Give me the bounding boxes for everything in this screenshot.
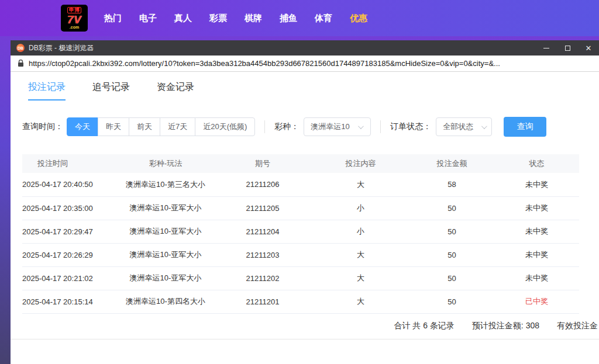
cell-amount: 50	[409, 290, 494, 313]
nav-item-slots[interactable]: 电子	[139, 13, 157, 24]
cell-game: 澳洲幸运10-亚军大小	[118, 266, 214, 290]
cell-bet-time: 2025-04-17 20:15:14	[22, 290, 118, 313]
summary-total: 合计 共 6 条记录	[394, 321, 454, 331]
logo-badge: 申博	[67, 7, 81, 13]
nav-item-sports[interactable]: 体育	[315, 13, 332, 24]
cell-bet-time: 2025-04-17 20:29:47	[22, 220, 118, 243]
site-topbar: 申博 7V .com 热门 电子 真人 彩票 棋牌 捕鱼 体育 优惠	[0, 0, 599, 36]
query-button[interactable]: 查询	[504, 117, 546, 137]
address-bar[interactable]: https://ctop02pcali.2kbxi392.com/lottery…	[11, 56, 599, 72]
minimize-button[interactable]	[536, 40, 557, 56]
window-controls: ✕	[536, 40, 599, 56]
cell-game: 澳洲幸运10-第三名大小	[118, 173, 214, 196]
time-option-today[interactable]: 今天	[67, 117, 98, 136]
cell-game: 澳洲幸运10-第四名大小	[118, 290, 214, 313]
lottery-select-value: 澳洲幸运10	[311, 122, 349, 132]
chevron-down-icon	[481, 123, 487, 129]
summary-bar: 合计 共 6 条记录 预计投注金额: 308 有效投注金	[11, 314, 599, 339]
cell-bet-time: 2025-04-17 20:35:00	[22, 196, 118, 220]
cell-status: 已中奖	[494, 290, 579, 313]
tab-fund-records[interactable]: 资金记录	[157, 81, 194, 100]
cell-content: 大	[312, 173, 409, 196]
cell-content: 小	[312, 196, 409, 220]
cell-amount: 50	[409, 243, 494, 266]
cell-bet-time: 2025-04-17 20:21:02	[22, 266, 118, 290]
summary-expected-amount: 预计投注金额: 308	[472, 321, 539, 331]
cell-status: 未中奖	[494, 266, 579, 290]
header-content: 投注内容	[312, 154, 409, 173]
status-select-value: 全部状态	[443, 122, 473, 132]
cell-content: 大	[312, 266, 409, 290]
close-icon: ✕	[586, 44, 592, 52]
cell-bet-time: 2025-04-17 20:40:50	[22, 173, 118, 196]
logo-text: 7V	[67, 14, 81, 25]
table-row: 2025-04-17 20:26:29澳洲幸运10-亚军大小21211203大5…	[22, 243, 579, 266]
cell-issue: 21211201	[214, 290, 312, 313]
site-nav: 热门 电子 真人 彩票 棋牌 捕鱼 体育 优惠	[104, 13, 367, 24]
table-row: 2025-04-17 20:15:14澳洲幸运10-第四名大小21211201大…	[22, 290, 579, 313]
table-row: 2025-04-17 20:29:47澳洲幸运10-亚军大小21211204小5…	[22, 220, 579, 243]
tab-bar: 投注记录 追号记录 资金记录	[11, 72, 599, 100]
header-amount: 投注金额	[409, 154, 494, 173]
nav-item-fishing[interactable]: 捕鱼	[280, 13, 297, 24]
time-option-20days[interactable]: 近20天(低频)	[195, 117, 255, 136]
header-game: 彩种-玩法	[118, 154, 214, 173]
lock-icon	[18, 60, 24, 67]
time-option-7days[interactable]: 近7天	[160, 117, 195, 136]
nav-item-hot[interactable]: 热门	[104, 13, 122, 24]
table-row: 2025-04-17 20:35:00澳洲幸运10-亚军大小21211205小5…	[22, 196, 579, 220]
table-header-row: 投注时间 彩种-玩法 期号 投注内容 投注金额 状态	[22, 154, 579, 173]
lottery-filter-label: 彩种：	[274, 122, 299, 132]
nav-item-lottery[interactable]: 彩票	[209, 13, 227, 24]
cell-issue: 21211204	[214, 220, 312, 243]
chevron-down-icon	[358, 123, 364, 129]
summary-valid-amount: 有效投注金	[557, 321, 598, 331]
cell-game: 澳洲幸运10-亚军大小	[118, 220, 214, 243]
cell-amount: 58	[409, 173, 494, 196]
minimize-icon	[543, 48, 549, 48]
window-title: DB彩票 - 极速浏览器	[29, 43, 94, 53]
table-row: 2025-04-17 20:40:50澳洲幸运10-第三名大小21211206大…	[22, 173, 579, 196]
header-status: 状态	[494, 154, 579, 173]
maximize-icon	[565, 46, 570, 51]
cell-game: 澳洲幸运10-亚军大小	[118, 243, 214, 266]
cell-content: 大	[312, 290, 409, 313]
lottery-select[interactable]: 澳洲幸运10	[304, 117, 371, 136]
cell-issue: 21211202	[214, 266, 312, 290]
cell-amount: 50	[409, 196, 494, 220]
bet-records-table: 投注时间 彩种-玩法 期号 投注内容 投注金额 状态 2025-04-17 20…	[22, 154, 579, 314]
page-content: 投注记录 追号记录 资金记录 查询时间： 今天 昨天 前天 近7天 近20天(低…	[11, 72, 599, 364]
cell-content: 大	[312, 243, 409, 266]
tab-bet-records[interactable]: 投注记录	[28, 81, 66, 100]
nav-item-promo[interactable]: 优惠	[350, 13, 367, 24]
order-status-select[interactable]: 全部状态	[436, 117, 492, 136]
time-option-yesterday[interactable]: 昨天	[98, 117, 129, 136]
logo-suffix: .com	[70, 25, 79, 29]
cell-bet-time: 2025-04-17 20:26:29	[22, 243, 118, 266]
cell-issue: 21211203	[214, 243, 312, 266]
nav-item-live[interactable]: 真人	[174, 13, 192, 24]
header-bet-time: 投注时间	[22, 154, 118, 173]
cell-amount: 50	[409, 266, 494, 290]
browser-app-icon: DB	[16, 44, 25, 52]
cell-status: 未中奖	[494, 243, 579, 266]
header-issue: 期号	[214, 154, 312, 173]
maximize-button[interactable]	[557, 40, 578, 56]
cell-status: 未中奖	[494, 220, 579, 243]
close-button[interactable]: ✕	[578, 40, 599, 56]
browser-titlebar: DB DB彩票 - 极速浏览器 ✕	[11, 40, 599, 56]
time-filter-group: 今天 昨天 前天 近7天 近20天(低频)	[67, 117, 255, 136]
url-text: https://ctop02pcali.2kbxi392.com/lottery…	[29, 59, 500, 68]
site-logo[interactable]: 申博 7V .com	[61, 5, 88, 32]
cell-status: 未中奖	[494, 196, 579, 220]
cell-issue: 21211205	[214, 196, 312, 220]
table-row: 2025-04-17 20:21:02澳洲幸运10-亚军大小21211202大5…	[22, 266, 579, 290]
time-option-daybefore[interactable]: 前天	[129, 117, 160, 136]
cell-content: 小	[312, 220, 409, 243]
tab-chase-records[interactable]: 追号记录	[92, 81, 130, 100]
nav-item-cards[interactable]: 棋牌	[245, 13, 262, 24]
filter-bar: 查询时间： 今天 昨天 前天 近7天 近20天(低频) 彩种： 澳洲幸运10 订…	[11, 117, 599, 137]
browser-window: DB DB彩票 - 极速浏览器 ✕ https://ctop02pcali.2k…	[11, 40, 599, 364]
cell-status: 未中奖	[494, 173, 579, 196]
status-filter-label: 订单状态：	[390, 122, 431, 132]
